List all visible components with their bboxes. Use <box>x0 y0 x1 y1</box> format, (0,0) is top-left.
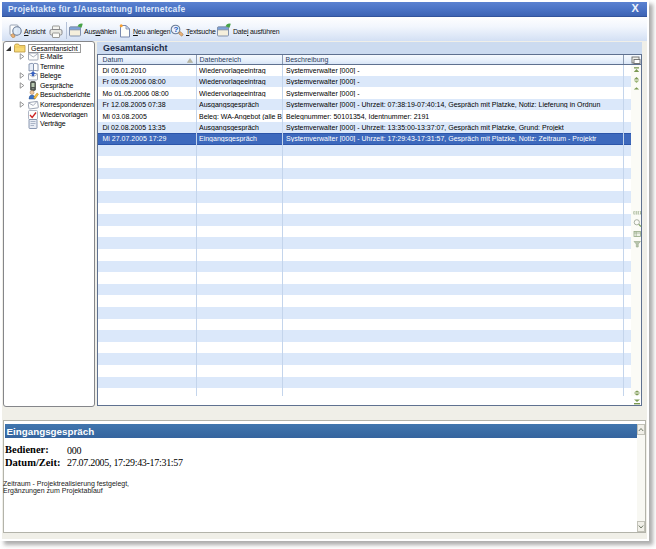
svg-text:?: ? <box>173 25 178 34</box>
